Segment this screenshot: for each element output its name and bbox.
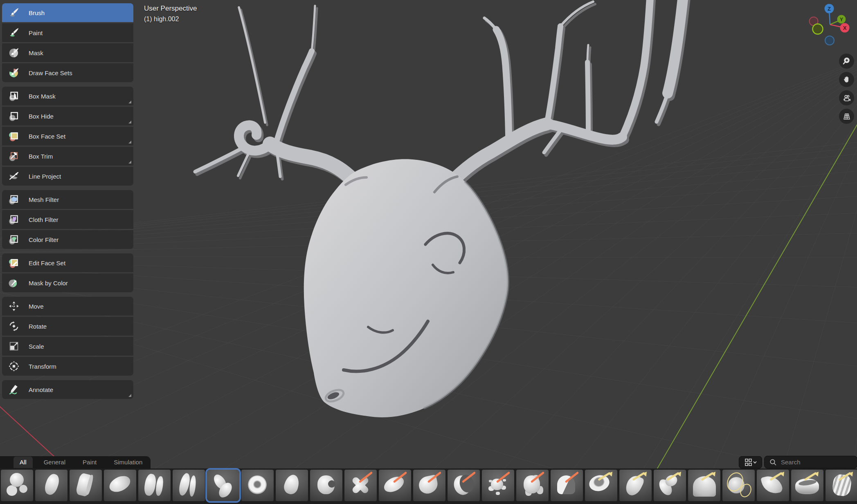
navigation-gizmo[interactable]: Z Y X — [807, 0, 857, 53]
tool-box-trim[interactable]: Box Trim — [2, 147, 133, 166]
mesh-filter-icon — [8, 193, 20, 206]
search-field[interactable] — [764, 456, 857, 468]
brush-curved-blade[interactable] — [448, 470, 480, 501]
brush-clay-disc[interactable] — [104, 470, 136, 501]
brush-cross-scrape[interactable] — [344, 470, 377, 501]
tool-label: Box Mask — [29, 93, 56, 100]
display-mode-button[interactable] — [739, 456, 762, 468]
brush-thumbnail — [417, 475, 439, 495]
brush-thumbnail — [107, 473, 133, 495]
tool-mask-by-color[interactable]: Mask by Color — [2, 273, 133, 292]
tool-annotate[interactable]: Annotate — [2, 380, 133, 399]
tool-move[interactable]: Move — [2, 297, 133, 316]
brush-clay-strips-rough[interactable] — [70, 470, 102, 501]
gizmo-y-ball[interactable]: Y — [837, 15, 846, 24]
tool-line-project[interactable]: Line Project — [2, 167, 133, 186]
brush-grab-drop[interactable] — [619, 470, 652, 501]
tool-label: Draw Face Sets — [29, 69, 72, 76]
brush-flare-horn[interactable] — [757, 470, 789, 501]
mask-icon — [8, 47, 20, 59]
tool-scale[interactable]: Scale — [2, 337, 133, 356]
tool-transform[interactable]: Transform — [2, 357, 133, 376]
brush-wave-crease[interactable] — [791, 470, 823, 501]
tab-all[interactable]: All — [13, 457, 33, 468]
brush-notched-blob[interactable] — [310, 470, 342, 501]
3d-viewport[interactable]: User Perspective (1) high.002 Brush Pain… — [0, 0, 857, 504]
tool-rotate[interactable]: Rotate — [2, 317, 133, 336]
tool-group: Annotate — [2, 380, 133, 399]
brush-ellipse-overlay[interactable] — [722, 470, 755, 501]
sculpt-object[interactable] — [195, 0, 686, 417]
box-hide-icon — [8, 110, 20, 122]
tool-label: Brush — [29, 9, 45, 16]
transform-icon — [8, 360, 20, 372]
tool-group: Brush Paint Mask Draw Face Sets — [2, 3, 133, 82]
tool-label: Transform — [29, 363, 56, 370]
tool-brush[interactable]: Brush — [2, 3, 133, 22]
brush-flat-disc[interactable] — [379, 470, 411, 501]
tool-label: Cloth Filter — [29, 216, 58, 223]
gizmo-x-ball[interactable]: X — [840, 23, 850, 33]
camera-icon — [842, 93, 852, 103]
tool-group: Mesh FilterCloth FilterColor Filter — [2, 190, 133, 249]
tool-box-hide[interactable]: Box Hide — [2, 107, 133, 125]
brush-arrowhead-icon — [608, 470, 614, 476]
brush-bubble-cluster[interactable] — [482, 470, 514, 501]
brush-thumbnail — [10, 473, 24, 487]
brush-smooth-peak[interactable] — [688, 470, 720, 501]
tool-label: Mask by Color — [29, 280, 68, 287]
edit-face-set-icon — [8, 257, 20, 269]
tool-box-mask[interactable]: Box Mask — [2, 87, 133, 105]
tool-edit-face-set[interactable]: Edit Face Set — [2, 253, 133, 272]
tool-mesh-filter[interactable]: Mesh Filter — [2, 190, 133, 209]
draw-face-sets-icon — [8, 67, 20, 79]
brush-sphere-cluster[interactable] — [1, 470, 33, 501]
box-mask-icon — [8, 90, 20, 102]
submenu-indicator-icon — [128, 101, 131, 103]
brush-drape-folds[interactable] — [826, 470, 857, 501]
brush-ring-cylinder[interactable] — [585, 470, 617, 501]
tool-color-filter[interactable]: Color Filter — [2, 230, 133, 249]
annotate-icon — [8, 383, 20, 396]
cloth-filter-icon — [8, 213, 20, 226]
brush-smooth-drop[interactable] — [276, 470, 308, 501]
brush-arrowhead-icon — [780, 470, 786, 476]
brush-thumbnail — [155, 476, 164, 496]
tab-general[interactable]: General — [38, 457, 72, 468]
tool-mask[interactable]: Mask — [2, 43, 133, 62]
gizmo-neg-z-ball[interactable] — [825, 36, 834, 45]
brush-s-blob[interactable] — [207, 470, 239, 501]
submenu-indicator-icon — [128, 141, 131, 143]
brush-thumbnail — [587, 473, 611, 493]
asset-shelf-tabstrip: AllGeneralPaintSimulation — [0, 456, 151, 468]
brush-s-ridges[interactable] — [173, 470, 205, 501]
submenu-indicator-icon — [128, 161, 131, 164]
brush-scrape-wedge[interactable] — [413, 470, 445, 501]
tool-group: Box MaskBox HideBox Face SetBox TrimLine… — [2, 87, 133, 186]
tool-paint[interactable]: Paint — [2, 23, 133, 42]
brush-cone-scrape[interactable] — [551, 470, 583, 501]
tool-box-face-set[interactable]: Box Face Set — [2, 127, 133, 146]
brush-arrowhead-icon — [711, 470, 718, 476]
gizmo-neg-y-ball[interactable] — [813, 24, 823, 34]
tab-simulation[interactable]: Simulation — [108, 457, 148, 468]
brush-thumbnail — [623, 473, 645, 498]
brush-pebbled-blob[interactable] — [516, 470, 549, 501]
toggle-perspective-button[interactable] — [839, 109, 854, 124]
tab-paint[interactable]: Paint — [76, 457, 103, 468]
camera-view-button[interactable] — [839, 90, 854, 105]
brush-clay-strip[interactable] — [35, 470, 67, 501]
brush-snake-hook[interactable] — [654, 470, 686, 501]
gizmo-z-ball[interactable]: Z — [825, 4, 834, 13]
brush-swirl-blob[interactable] — [241, 470, 274, 501]
brush-arrowhead-icon — [848, 470, 855, 476]
search-input[interactable] — [780, 458, 847, 466]
brush-icon — [8, 7, 20, 19]
brush-thumbnail — [693, 476, 716, 497]
tool-cloth-filter[interactable]: Cloth Filter — [2, 210, 133, 229]
svg-text:Z: Z — [828, 6, 831, 12]
tool-draw-face-sets[interactable]: Draw Face Sets — [2, 63, 133, 82]
zoom-button[interactable] — [839, 54, 854, 69]
brush-double-ridge[interactable] — [138, 470, 171, 501]
pan-button[interactable] — [839, 72, 854, 87]
